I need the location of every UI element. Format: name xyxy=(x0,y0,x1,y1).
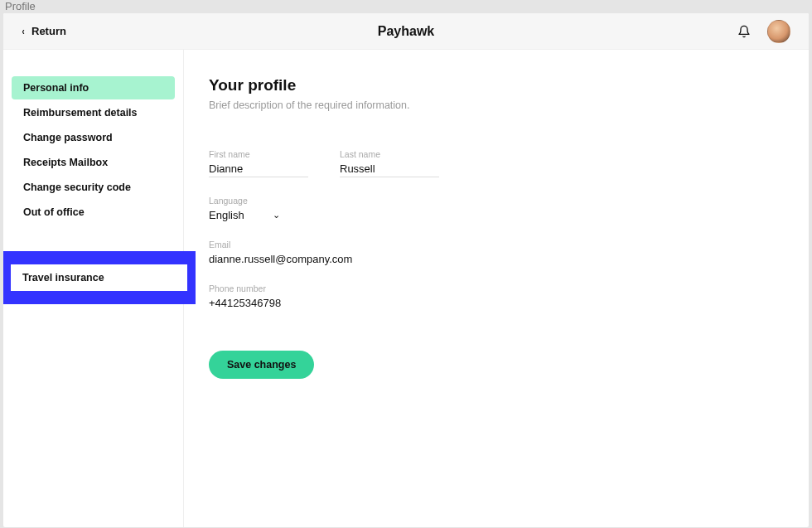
sidebar-item-change-security-code[interactable]: Change security code xyxy=(12,176,175,199)
email-field: Email dianne.russell@company.com xyxy=(209,240,352,265)
header: ‹ Return Payhawk xyxy=(3,13,809,50)
field-label: Last name xyxy=(340,149,439,159)
header-right xyxy=(737,20,790,43)
body: Personal info Reimbursement details Chan… xyxy=(3,50,809,527)
field-value: Russell xyxy=(340,162,439,177)
sidebar-item-label: Receipts Mailbox xyxy=(23,157,108,168)
field-value: +44125346798 xyxy=(209,297,308,309)
first-name-field[interactable]: First name Dianne xyxy=(209,149,308,177)
return-label: Return xyxy=(31,25,66,37)
bell-icon[interactable] xyxy=(737,25,751,38)
chevron-down-icon: ⌄ xyxy=(273,210,280,220)
app-window: ‹ Return Payhawk Personal info Reimburse… xyxy=(3,13,809,527)
chevron-left-icon: ‹ xyxy=(22,26,24,37)
save-button[interactable]: Save changes xyxy=(209,351,314,379)
sidebar-item-label: Change password xyxy=(23,132,113,143)
language-field[interactable]: Language English ⌄ xyxy=(209,196,308,221)
sidebar: Personal info Reimbursement details Chan… xyxy=(3,50,184,527)
page-title: Your profile xyxy=(209,76,784,94)
avatar[interactable] xyxy=(767,20,790,43)
form-row-language: Language English ⌄ xyxy=(209,196,784,221)
page-description: Brief description of the required inform… xyxy=(209,99,784,111)
sidebar-item-label: Travel insurance xyxy=(22,272,104,283)
sidebar-item-receipts-mailbox[interactable]: Receipts Mailbox xyxy=(12,151,175,174)
field-label: Language xyxy=(209,196,308,206)
language-select[interactable]: English ⌄ xyxy=(209,209,308,221)
browser-tab-title: Profile xyxy=(0,0,812,13)
form-row-name: First name Dianne Last name Russell xyxy=(209,149,784,177)
return-button[interactable]: ‹ Return xyxy=(22,25,66,37)
field-label: Phone number xyxy=(209,283,308,293)
field-value: dianne.russell@company.com xyxy=(209,253,352,265)
main-content: Your profile Brief description of the re… xyxy=(184,50,809,527)
form-row-phone: Phone number +44125346798 xyxy=(209,283,784,309)
sidebar-item-personal-info[interactable]: Personal info xyxy=(12,76,175,99)
form-row-email: Email dianne.russell@company.com xyxy=(209,240,784,265)
sidebar-item-label: Reimbursement details xyxy=(23,107,138,119)
sidebar-item-out-of-office[interactable]: Out of office xyxy=(12,201,175,224)
sidebar-highlight-box: Travel insurance xyxy=(3,251,196,304)
sidebar-item-change-password[interactable]: Change password xyxy=(12,126,175,149)
field-label: Email xyxy=(209,240,352,249)
sidebar-item-travel-insurance[interactable]: Travel insurance xyxy=(11,264,187,291)
field-value: English xyxy=(209,209,244,221)
sidebar-item-label: Out of office xyxy=(23,206,85,218)
sidebar-item-label: Change security code xyxy=(23,182,131,193)
last-name-field[interactable]: Last name Russell xyxy=(340,149,439,177)
field-label: First name xyxy=(209,149,308,159)
field-value: Dianne xyxy=(209,162,308,177)
brand-title: Payhawk xyxy=(378,24,434,39)
sidebar-item-label: Personal info xyxy=(23,82,89,94)
sidebar-item-reimbursement-details[interactable]: Reimbursement details xyxy=(12,101,175,124)
phone-field: Phone number +44125346798 xyxy=(209,283,308,309)
